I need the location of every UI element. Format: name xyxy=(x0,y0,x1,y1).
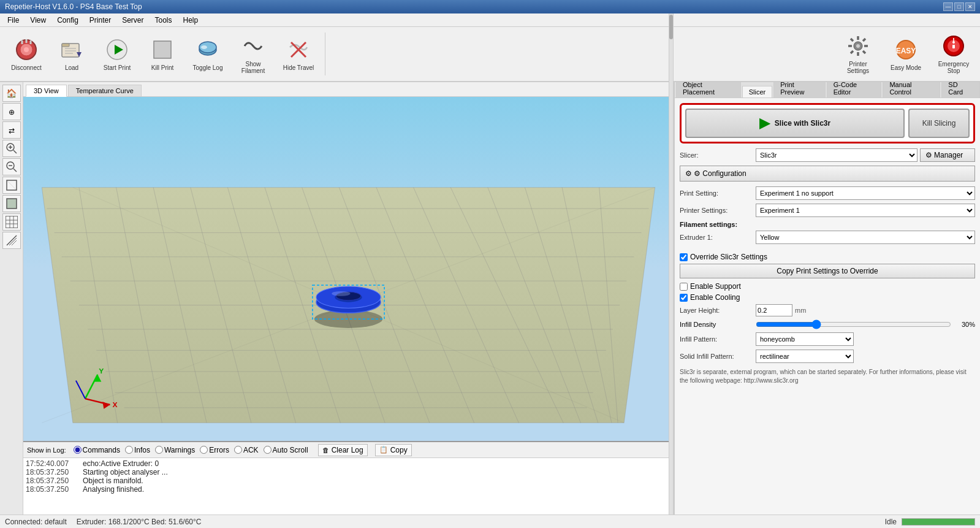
toggle-log-button[interactable]: Toggle Log xyxy=(186,29,229,78)
menu-view[interactable]: View xyxy=(25,15,51,26)
kill-slicing-button[interactable]: Kill Slicing xyxy=(908,109,970,138)
load-button[interactable]: Load xyxy=(50,29,93,78)
toggle-log-icon xyxy=(196,37,220,62)
copy-print-settings-button[interactable]: Copy Print Settings to Override xyxy=(680,264,975,278)
kill-print-button[interactable]: Kill Print xyxy=(141,29,184,78)
kill-slicing-label: Kill Slicing xyxy=(922,119,956,128)
top-view-button[interactable] xyxy=(2,195,21,212)
infill-density-row: Infill Density 30% xyxy=(680,320,975,329)
enable-cooling-label: Enable Cooling xyxy=(690,293,740,302)
tab-print-preview[interactable]: Print Preview xyxy=(773,82,825,98)
svg-text:⇄: ⇄ xyxy=(9,126,15,135)
slash-view-button[interactable] xyxy=(2,232,21,249)
override-checkbox[interactable] xyxy=(680,253,688,261)
tab-object-placement[interactable]: Object Placement xyxy=(676,82,741,98)
menu-file[interactable]: File xyxy=(2,15,24,26)
menu-server[interactable]: Server xyxy=(117,15,148,26)
enable-support-checkbox[interactable] xyxy=(680,283,688,291)
center-area: 3D View Temperature Curve xyxy=(23,82,674,515)
infill-pattern-select[interactable]: honeycomb rectilinear concentric xyxy=(756,332,854,346)
svg-text:EASY: EASY xyxy=(896,47,916,55)
easy-mode-button[interactable]: EASY Easy Mode xyxy=(884,29,927,78)
menu-help[interactable]: Help xyxy=(178,15,203,26)
manager-button[interactable]: ⚙ Manager xyxy=(920,148,975,162)
extruder1-row: Extruder 1: Yellow Blue Red xyxy=(680,231,975,244)
start-print-label: Start Print xyxy=(104,64,131,71)
log-line: 18:05:37.250 Analysing finished. xyxy=(26,485,671,494)
auto-scroll-filter[interactable]: Auto Scroll xyxy=(264,446,308,454)
svg-line-45 xyxy=(13,169,17,172)
slicer-select[interactable]: Slic3r CuraEngine xyxy=(756,148,917,162)
grid-svg: Y X xyxy=(23,97,674,441)
clear-log-button[interactable]: 🗑 Clear Log xyxy=(318,444,368,456)
menu-tools[interactable]: Tools xyxy=(150,15,177,26)
connection-status: Connected: default xyxy=(5,518,67,526)
commands-filter[interactable]: Commands xyxy=(74,446,120,454)
zoom-out-button[interactable] xyxy=(2,158,21,175)
slice-button[interactable]: ▶ Slice with Slic3r xyxy=(685,109,905,138)
tab-gcode-editor[interactable]: G-Code Editor xyxy=(827,82,882,98)
show-filament-button[interactable]: Show Filament xyxy=(232,29,275,78)
tab-3d-view[interactable]: 3D View xyxy=(26,85,67,97)
easy-mode-icon: EASY xyxy=(894,37,918,62)
svg-point-95 xyxy=(332,291,350,296)
menu-config[interactable]: Config xyxy=(52,15,83,26)
errors-filter[interactable]: Errors xyxy=(200,446,229,454)
start-print-button[interactable]: Start Print xyxy=(96,29,139,78)
emergency-stop-button[interactable]: ! Emergency Stop xyxy=(932,29,975,78)
ack-filter[interactable]: ACK xyxy=(234,446,259,454)
infill-pattern-label: Infill Pattern: xyxy=(680,335,753,343)
log-time-3: 18:05:37.250 xyxy=(26,476,78,485)
printer-settings-select[interactable]: Experiment 1 xyxy=(756,204,975,217)
svg-line-47 xyxy=(7,180,17,190)
slicer-info-text: Slic3r is separate, external program, wh… xyxy=(680,368,975,385)
enable-cooling-checkbox[interactable] xyxy=(680,294,688,302)
move-button[interactable]: ⊕ xyxy=(2,103,21,120)
rotate-button[interactable]: ⇄ xyxy=(2,121,21,139)
svg-line-29 xyxy=(851,51,853,53)
copy-log-button[interactable]: 📋 Copy xyxy=(375,444,412,456)
log-msg-3: Object is manifold. xyxy=(83,476,143,485)
enable-support-row: Enable Support xyxy=(680,282,975,291)
play-triangle-icon: ▶ xyxy=(759,115,770,131)
viewport-3d[interactable]: Y X xyxy=(23,97,674,441)
emergency-stop-icon: ! xyxy=(941,34,966,58)
infos-filter[interactable]: Infos xyxy=(125,446,150,454)
kill-print-label: Kill Print xyxy=(151,64,174,71)
log-line: 18:05:37.250 Object is manifold. xyxy=(26,476,671,485)
zoom-in-button[interactable] xyxy=(2,140,21,157)
infill-density-label: Infill Density xyxy=(680,321,753,328)
grid-view-button[interactable] xyxy=(2,213,21,231)
hide-travel-button[interactable]: Hide Travel xyxy=(277,29,320,78)
load-icon xyxy=(59,37,84,62)
tab-temperature-curve[interactable]: Temperature Curve xyxy=(68,85,142,96)
warnings-filter[interactable]: Warnings xyxy=(155,446,195,454)
home-view-button[interactable]: 🏠 xyxy=(2,85,21,102)
minimize-button[interactable]: — xyxy=(943,2,953,11)
svg-point-21 xyxy=(856,44,860,48)
tab-manual-control[interactable]: Manual Control xyxy=(883,82,940,98)
configuration-button[interactable]: ⚙ ⚙ Configuration xyxy=(680,166,975,182)
extruder1-select[interactable]: Yellow Blue Red xyxy=(756,231,975,244)
svg-line-28 xyxy=(863,39,865,41)
print-setting-select[interactable]: Experiment 1 no support xyxy=(756,186,975,200)
solid-infill-select[interactable]: rectilinear concentric hilbertcurve xyxy=(756,350,854,363)
tab-slicer[interactable]: Slicer xyxy=(742,86,773,98)
close-button[interactable]: ✕ xyxy=(965,2,975,11)
easy-mode-label: Easy Mode xyxy=(891,64,921,71)
menu-printer[interactable]: Printer xyxy=(85,15,116,26)
disconnect-button[interactable]: Disconnect xyxy=(5,29,48,78)
front-view-button[interactable] xyxy=(2,177,21,194)
maximize-button[interactable]: □ xyxy=(954,2,964,11)
layer-height-input[interactable] xyxy=(756,304,792,316)
tab-sd-card[interactable]: SD Card xyxy=(941,82,980,98)
print-setting-label: Print Setting: xyxy=(680,189,753,197)
copy-label: Copy xyxy=(390,446,408,454)
toolbar: Disconnect Load Start Print xyxy=(0,27,980,82)
svg-line-26 xyxy=(851,39,853,41)
log-content: 17:52:40.007 echo:Active Extruder: 0 18:… xyxy=(23,458,674,515)
printer-settings-label: Printer Settings: xyxy=(680,207,753,214)
infill-density-slider[interactable] xyxy=(756,320,951,329)
infill-pattern-row: Infill Pattern: honeycomb rectilinear co… xyxy=(680,332,975,346)
printer-settings-button[interactable]: Printer Settings xyxy=(837,29,879,78)
